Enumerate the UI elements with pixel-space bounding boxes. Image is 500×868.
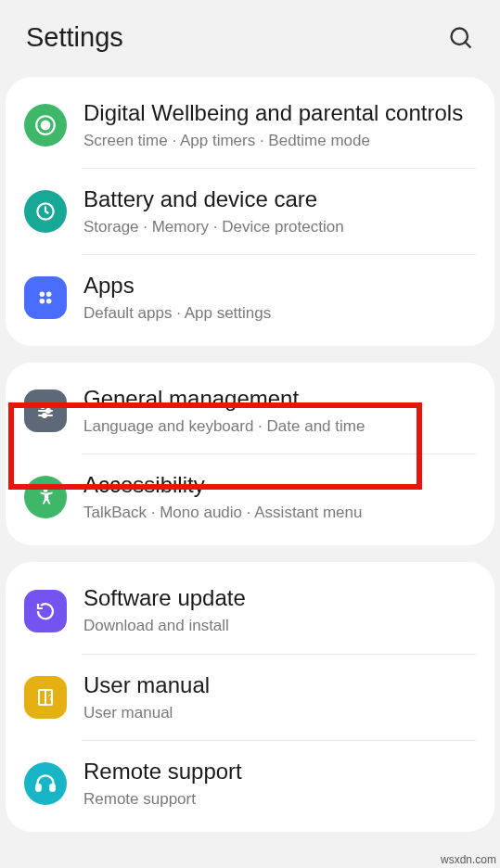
- item-subtitle: Screen time · App timers · Bedtime mode: [83, 131, 476, 151]
- apps-grid-icon: [24, 276, 67, 319]
- item-content: Digital Wellbeing and parental controls …: [67, 99, 476, 151]
- settings-item-digital-wellbeing[interactable]: Digital Wellbeing and parental controls …: [6, 83, 494, 168]
- svg-point-5: [40, 292, 45, 298]
- svg-line-1: [466, 42, 471, 47]
- item-content: Apps Default apps · App settings: [67, 272, 476, 324]
- settings-item-remote-support[interactable]: Remote support Remote support: [6, 741, 494, 826]
- item-subtitle: Language and keyboard · Date and time: [83, 416, 476, 437]
- item-title: Accessibility: [83, 471, 476, 499]
- item-content: Software update Download and install: [67, 584, 476, 636]
- settings-group-1: Digital Wellbeing and parental controls …: [6, 77, 494, 346]
- svg-point-6: [46, 292, 51, 298]
- settings-item-battery-care[interactable]: Battery and device care Storage · Memory…: [6, 169, 494, 254]
- svg-point-0: [452, 28, 468, 45]
- svg-point-15: [44, 488, 48, 492]
- settings-group-3: Software update Download and install ? U…: [6, 562, 494, 831]
- settings-header: Settings: [0, 0, 500, 70]
- item-subtitle: Remote support: [83, 789, 476, 810]
- item-subtitle: User manual: [83, 703, 476, 723]
- svg-point-10: [41, 404, 45, 408]
- item-content: Remote support Remote support: [67, 758, 476, 810]
- svg-point-7: [40, 299, 45, 304]
- battery-care-icon: [24, 190, 67, 233]
- page-title: Settings: [26, 22, 123, 53]
- watermark: wsxdn.com: [441, 853, 496, 866]
- heart-monitor-icon: [24, 104, 67, 147]
- item-subtitle: Download and install: [83, 616, 476, 636]
- item-subtitle: Storage · Memory · Device protection: [83, 217, 476, 237]
- item-content: Accessibility TalkBack · Mono audio · As…: [67, 471, 476, 523]
- settings-item-apps[interactable]: Apps Default apps · App settings: [6, 255, 494, 340]
- settings-group-2: General management Language and keyboard…: [6, 363, 494, 545]
- svg-rect-20: [50, 785, 54, 791]
- item-title: General management: [83, 385, 476, 413]
- headset-icon: [24, 762, 67, 805]
- svg-text:?: ?: [48, 693, 53, 702]
- item-content: User manual User manual: [67, 671, 476, 723]
- svg-point-12: [46, 409, 50, 413]
- settings-item-software-update[interactable]: Software update Download and install: [6, 568, 494, 653]
- item-content: General management Language and keyboard…: [67, 385, 476, 437]
- item-content: Battery and device care Storage · Memory…: [67, 185, 476, 237]
- accessibility-icon: [24, 476, 67, 518]
- settings-item-user-manual[interactable]: ? User manual User manual: [6, 655, 494, 740]
- svg-point-8: [46, 299, 51, 304]
- svg-rect-19: [36, 785, 40, 791]
- item-subtitle: Default apps · App settings: [83, 303, 476, 324]
- item-title: Battery and device care: [83, 185, 476, 213]
- settings-item-general-management[interactable]: General management Language and keyboard…: [6, 368, 494, 453]
- manual-icon: ?: [24, 676, 67, 719]
- item-title: Digital Wellbeing and parental controls: [83, 99, 476, 127]
- update-icon: [24, 590, 67, 632]
- svg-point-14: [43, 414, 46, 417]
- item-title: User manual: [83, 671, 476, 699]
- sliders-icon: [24, 389, 67, 432]
- svg-point-3: [42, 121, 50, 130]
- item-title: Remote support: [83, 758, 476, 785]
- item-title: Software update: [83, 584, 476, 612]
- search-icon[interactable]: [448, 25, 474, 51]
- settings-item-accessibility[interactable]: Accessibility TalkBack · Mono audio · As…: [6, 454, 494, 540]
- item-subtitle: TalkBack · Mono audio · Assistant menu: [83, 503, 476, 523]
- item-title: Apps: [83, 272, 476, 300]
